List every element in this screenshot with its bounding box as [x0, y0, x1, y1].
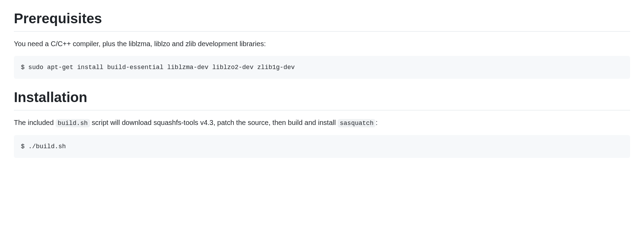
- prerequisites-description: You need a C/C++ compiler, plus the libl…: [14, 39, 630, 49]
- prerequisites-code-block: $ sudo apt-get install build-essential l…: [14, 56, 630, 79]
- installation-heading: Installation: [14, 89, 630, 110]
- installation-code-block: $ ./build.sh: [14, 135, 630, 158]
- installation-text-part1: The included: [14, 119, 56, 126]
- inline-code-sasquatch: sasquatch: [338, 119, 375, 127]
- installation-text-part2: script will download squashfs-tools v4.3…: [90, 119, 338, 126]
- prerequisites-heading: Prerequisites: [14, 10, 630, 32]
- installation-description: The included build.sh script will downlo…: [14, 117, 630, 128]
- installation-text-part3: :: [375, 119, 378, 126]
- inline-code-buildsh: build.sh: [56, 119, 90, 127]
